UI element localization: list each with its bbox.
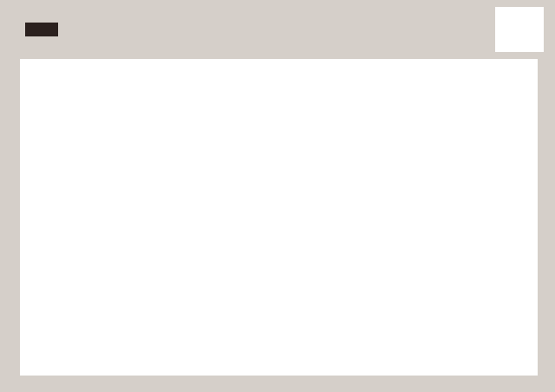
qr-code-icon: [500, 10, 539, 49]
qr-code-tile: [495, 7, 544, 52]
header: [20, 0, 544, 59]
color-chart-page: { "page": { "background_color": "#d5cfc9…: [0, 0, 555, 392]
brand-color-swatch: [25, 23, 58, 36]
color-grid: [20, 59, 538, 376]
